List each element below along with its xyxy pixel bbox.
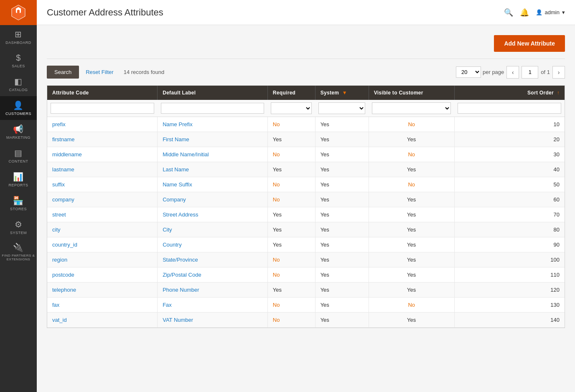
attribute-code-link[interactable]: region (52, 257, 67, 263)
filter-visible-select[interactable]: YesNo (372, 102, 451, 114)
table-row[interactable]: lastnameLast NameYesYesYes40 (47, 162, 565, 177)
cell-attribute-code: middlename (47, 147, 158, 162)
cell-attribute-code: prefix (47, 117, 158, 132)
table-row[interactable]: companyCompanyNoYesYes60 (47, 192, 565, 207)
filter-sort-order-input[interactable] (458, 103, 561, 114)
attribute-code-link[interactable]: suffix (52, 181, 65, 188)
cell-required: Yes (267, 207, 315, 222)
col-required[interactable]: Required (267, 86, 315, 100)
prev-page-button[interactable]: ‹ (506, 66, 519, 79)
col-sort-order[interactable]: Sort Order ↑ (454, 86, 565, 100)
filter-required-select[interactable]: YesNo (271, 102, 312, 114)
sidebar-item-reports[interactable]: 📊 Reports (0, 168, 37, 191)
sidebar-item-stores[interactable]: 🏪 Stores (0, 191, 37, 215)
table-row[interactable]: telephonePhone NumberYesYesYes120 (47, 283, 565, 298)
attribute-code-link[interactable]: telephone (52, 287, 76, 293)
notifications-icon[interactable]: 🔔 (520, 8, 529, 17)
cell-required: No (267, 192, 315, 207)
attribute-code-link[interactable]: vat_id (52, 317, 67, 323)
table-row[interactable]: postcodeZip/Postal CodeNoYesYes110 (47, 267, 565, 283)
sidebar-item-catalog[interactable]: ◧ Catalog (0, 72, 37, 96)
filter-default-label-input[interactable] (161, 103, 265, 114)
customers-icon: 👤 (13, 100, 24, 110)
filter-system-select[interactable]: YesNo (318, 102, 365, 114)
table-row[interactable]: cityCityYesYesYes80 (47, 222, 565, 237)
default-label-link[interactable]: Zip/Postal Code (163, 272, 201, 278)
per-page-label: per page (483, 69, 504, 75)
sidebar-item-marketing[interactable]: 📢 Marketing (0, 120, 37, 144)
table-row[interactable]: firstnameFirst NameYesYesYes20 (47, 132, 565, 147)
sidebar-item-system[interactable]: ⚙ System (0, 215, 37, 239)
table-row[interactable]: faxFaxNoYesNo130 (47, 298, 565, 313)
sidebar-item-sales[interactable]: $ Sales (0, 49, 37, 72)
catalog-icon: ◧ (14, 76, 23, 87)
cell-required: No (267, 267, 315, 283)
search-button[interactable]: Search (47, 66, 79, 79)
col-visible-to-customer[interactable]: Visible to Customer (369, 86, 454, 100)
col-default-label[interactable]: Default Label (158, 86, 268, 100)
attribute-code-link[interactable]: firstname (52, 136, 74, 143)
sidebar-item-dashboard[interactable]: ⊞ Dashboard (0, 25, 37, 49)
attribute-code-link[interactable]: postcode (52, 272, 74, 278)
default-label-link[interactable]: State/Province (163, 257, 198, 263)
default-label-link[interactable]: Street Address (163, 211, 198, 218)
cell-default-label: Zip/Postal Code (158, 267, 268, 283)
table-row[interactable]: regionState/ProvinceNoYesYes100 (47, 252, 565, 267)
cell-system: Yes (315, 267, 369, 283)
sidebar-item-content[interactable]: ▤ Content (0, 144, 37, 168)
reset-filter-button[interactable]: Reset Filter (84, 66, 115, 79)
cell-sort-order: 70 (454, 207, 565, 222)
cell-visible-to-customer: No (369, 147, 454, 162)
default-label-link[interactable]: First Name (163, 136, 189, 143)
sidebar-item-find-partners[interactable]: 🔌 Find Partners & Extensions (0, 239, 37, 265)
search-icon[interactable]: 🔍 (504, 8, 513, 17)
cell-sort-order: 110 (454, 267, 565, 283)
table-row[interactable]: vat_idVAT NumberNoYesYes140 (47, 313, 565, 328)
cell-visible-to-customer: Yes (369, 237, 454, 252)
default-label-link[interactable]: City (163, 227, 172, 233)
table-row[interactable]: middlenameMiddle Name/InitialNoYesNo30 (47, 147, 565, 162)
default-label-link[interactable]: Phone Number (163, 287, 199, 293)
default-label-link[interactable]: Fax (163, 302, 172, 308)
col-system[interactable]: System ▼ (315, 86, 369, 100)
table-row[interactable]: country_idCountryYesYesYes90 (47, 237, 565, 252)
sales-icon: $ (16, 53, 21, 63)
attribute-code-link[interactable]: middlename (52, 151, 82, 158)
add-new-attribute-button[interactable]: Add New Attribute (494, 35, 565, 52)
col-attribute-code[interactable]: Attribute Code (47, 86, 158, 100)
default-label-link[interactable]: Middle Name/Initial (163, 151, 209, 158)
next-page-button[interactable]: › (552, 66, 565, 79)
user-menu[interactable]: 👤 admin ▾ (536, 9, 565, 15)
sort-desc-icon: ▼ (342, 90, 347, 96)
attribute-code-link[interactable]: city (52, 227, 61, 233)
table-row[interactable]: prefixName PrefixNoYesNo10 (47, 117, 565, 132)
attribute-code-link[interactable]: street (52, 211, 66, 218)
cell-attribute-code: suffix (47, 177, 158, 192)
default-label-link[interactable]: Name Prefix (163, 121, 193, 127)
default-label-link[interactable]: VAT Number (163, 317, 193, 323)
sidebar-item-label: Sales (12, 64, 25, 68)
default-label-link[interactable]: Company (163, 196, 186, 203)
per-page-select[interactable]: 20 50 100 (456, 66, 481, 78)
cell-required: No (267, 147, 315, 162)
attribute-code-link[interactable]: lastname (52, 166, 74, 173)
cell-system: Yes (315, 237, 369, 252)
cell-attribute-code: fax (47, 298, 158, 313)
cell-system: Yes (315, 313, 369, 328)
default-label-link[interactable]: Country (163, 242, 182, 248)
page-number-input[interactable] (522, 66, 538, 79)
dashboard-icon: ⊞ (15, 29, 22, 39)
attribute-code-link[interactable]: country_id (52, 242, 77, 248)
table-row[interactable]: streetStreet AddressYesYesYes70 (47, 207, 565, 222)
sidebar-item-customers[interactable]: 👤 Customers (0, 96, 37, 120)
filter-attribute-code-input[interactable] (51, 103, 154, 114)
magento-logo[interactable] (0, 0, 37, 25)
default-label-link[interactable]: Name Suffix (163, 181, 192, 188)
attribute-code-link[interactable]: fax (52, 302, 59, 308)
attribute-code-link[interactable]: company (52, 196, 74, 203)
attribute-code-link[interactable]: prefix (52, 121, 66, 127)
page-content: Add New Attribute Search Reset Filter 14… (37, 25, 575, 392)
table-row[interactable]: suffixName SuffixNoYesNo50 (47, 177, 565, 192)
default-label-link[interactable]: Last Name (163, 166, 189, 173)
cell-attribute-code: street (47, 207, 158, 222)
